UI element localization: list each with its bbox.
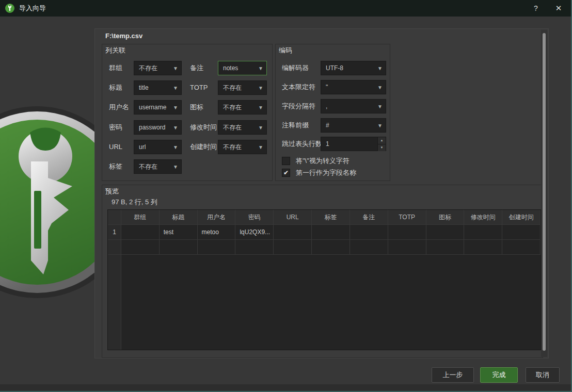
column-header[interactable]: 群组: [121, 210, 160, 225]
cancel-button[interactable]: 取消: [526, 367, 560, 383]
table-cell[interactable]: [350, 225, 388, 240]
table-cell[interactable]: [198, 240, 236, 255]
chevron-down-icon: ▼: [170, 144, 181, 150]
url-combobox[interactable]: url ▼: [134, 140, 182, 154]
encoding-title: 编码: [279, 46, 292, 55]
field-separator-combobox[interactable]: , ▼: [321, 99, 386, 113]
column-header[interactable]: 用户名: [198, 210, 236, 225]
table-cell[interactable]: test: [160, 225, 198, 240]
column-header[interactable]: URL: [274, 210, 312, 225]
chevron-down-icon: ▼: [170, 105, 181, 110]
table-empty-area: [108, 255, 541, 350]
import-wizard-dialog: 导入向导 ? ✕ F:\temp.csv 列关联 群组: [0, 0, 572, 392]
column-header[interactable]: 创建时间: [502, 210, 541, 225]
table-cell[interactable]: [464, 225, 502, 240]
preview-group: 预览 97 B, 2 行, 5 列 群组 标题 用户名 密码 URL 标签 备注…: [102, 185, 543, 358]
column-header[interactable]: 图标: [426, 210, 465, 225]
table-cell[interactable]: [121, 225, 160, 240]
chevron-down-icon: ▼: [374, 123, 386, 128]
table-cell[interactable]: [350, 240, 388, 255]
back-button[interactable]: 上一步: [432, 367, 474, 383]
table-cell[interactable]: [464, 240, 502, 255]
chevron-down-icon: ▼: [170, 125, 181, 130]
column-header[interactable]: 标签: [312, 210, 350, 225]
password-combobox[interactable]: password ▼: [134, 120, 182, 135]
help-button[interactable]: ?: [525, 0, 547, 17]
totp-label: TOTP: [190, 80, 208, 95]
table-cell[interactable]: lqU2QX9...: [235, 225, 274, 240]
comment-prefix-combobox[interactable]: # ▼: [321, 118, 386, 133]
table-cell[interactable]: [121, 240, 160, 255]
icon-label: 图标: [190, 100, 203, 115]
table-cell[interactable]: metoo: [198, 225, 236, 240]
tags-label: 标签: [109, 159, 122, 174]
table-cell[interactable]: [426, 240, 465, 255]
preview-table: 群组 标题 用户名 密码 URL 标签 备注 TOTP 图标 修改时间 创建时间…: [107, 209, 541, 350]
chevron-down-icon: ▼: [374, 104, 386, 109]
chevron-down-icon: ▼: [170, 66, 181, 71]
spin-down-icon[interactable]: ▼: [378, 144, 386, 151]
modified-time-combobox[interactable]: 不存在 ▼: [218, 120, 267, 135]
url-label: URL: [109, 140, 122, 154]
title-bar: 导入向导 ? ✕: [0, 0, 572, 17]
column-association-title: 列关联: [105, 46, 125, 55]
tags-combobox[interactable]: 不存在 ▼: [134, 159, 182, 174]
chevron-down-icon: ▼: [374, 85, 386, 90]
table-cell[interactable]: [502, 225, 541, 240]
table-cell[interactable]: [388, 240, 426, 255]
table-cell[interactable]: [274, 240, 312, 255]
first-row-names-checkbox-row[interactable]: ✔ 第一行作为字段名称: [282, 168, 356, 177]
close-button[interactable]: ✕: [547, 0, 570, 17]
column-header[interactable]: 备注: [350, 210, 388, 225]
column-header[interactable]: 密码: [235, 210, 274, 225]
notes-combobox[interactable]: notes ▼: [218, 61, 267, 75]
spin-up-icon[interactable]: ▲: [378, 137, 386, 144]
icon-combobox[interactable]: 不存在 ▼: [218, 100, 267, 115]
wizard-content-panel: F:\temp.csv 列关联 群组 不存在 ▼ 标题 title ▼ 用户名 …: [94, 28, 549, 358]
title-label: 标题: [109, 80, 122, 95]
file-path-label: F:\temp.csv: [105, 32, 142, 40]
group-combobox[interactable]: 不存在 ▼: [134, 61, 182, 75]
column-header[interactable]: TOTP: [388, 210, 426, 225]
chevron-down-icon: ▼: [255, 125, 266, 130]
window-bottom-edge: [0, 384, 572, 391]
chevron-down-icon: ▼: [170, 85, 181, 91]
row-number-header: [108, 210, 121, 225]
table-header-row: 群组 标题 用户名 密码 URL 标签 备注 TOTP 图标 修改时间 创建时间: [108, 210, 541, 225]
table-cell[interactable]: [235, 240, 274, 255]
notes-label: 备注: [190, 61, 203, 75]
codec-combobox[interactable]: UTF-8 ▼: [321, 61, 386, 75]
encoding-group: 编码 编解码器 UTF-8 ▼ 文本限定符 " ▼ 字段分隔符 , ▼ 注释前缀…: [275, 44, 390, 181]
table-row[interactable]: 1 test metoo lqU2QX9...: [108, 225, 541, 240]
totp-combobox[interactable]: 不存在 ▼: [218, 80, 267, 95]
scrollbar-thumb[interactable]: [543, 33, 546, 351]
created-time-combobox[interactable]: 不存在 ▼: [218, 140, 267, 154]
text-qualifier-combobox[interactable]: " ▼: [321, 80, 386, 94]
row-number: [108, 240, 121, 255]
panel-scrollbar[interactable]: [541, 30, 547, 357]
checkbox-checked[interactable]: ✔: [282, 169, 290, 177]
escape-char-checkbox-row[interactable]: ✔ 将"\"视为转义字符: [282, 156, 349, 165]
finish-button[interactable]: 完成: [480, 367, 518, 383]
table-cell[interactable]: [502, 240, 541, 255]
title-combobox[interactable]: title ▼: [134, 80, 182, 95]
table-cell[interactable]: [312, 225, 350, 240]
chevron-down-icon: ▼: [255, 85, 266, 91]
username-combobox[interactable]: username ▼: [134, 100, 182, 115]
column-association-group: 列关联 群组 不存在 ▼ 标题 title ▼ 用户名 username ▼ 密…: [102, 44, 273, 181]
table-cell[interactable]: [312, 240, 350, 255]
column-header[interactable]: 标题: [160, 210, 198, 225]
skip-rows-spinner[interactable]: 1 ▲ ▼: [321, 137, 386, 151]
checkbox-unchecked[interactable]: ✔: [282, 157, 290, 165]
table-cell[interactable]: [388, 225, 426, 240]
table-row[interactable]: [108, 240, 541, 255]
table-cell[interactable]: [160, 240, 198, 255]
table-cell[interactable]: [426, 225, 465, 240]
chevron-down-icon: ▼: [170, 164, 181, 170]
escape-char-label: 将"\"视为转义字符: [296, 156, 349, 166]
column-header[interactable]: 修改时间: [464, 210, 502, 225]
table-cell[interactable]: [274, 225, 312, 240]
field-separator-label: 字段分隔符: [282, 99, 315, 113]
group-label: 群组: [109, 61, 122, 75]
row-number-gutter: [108, 255, 121, 350]
